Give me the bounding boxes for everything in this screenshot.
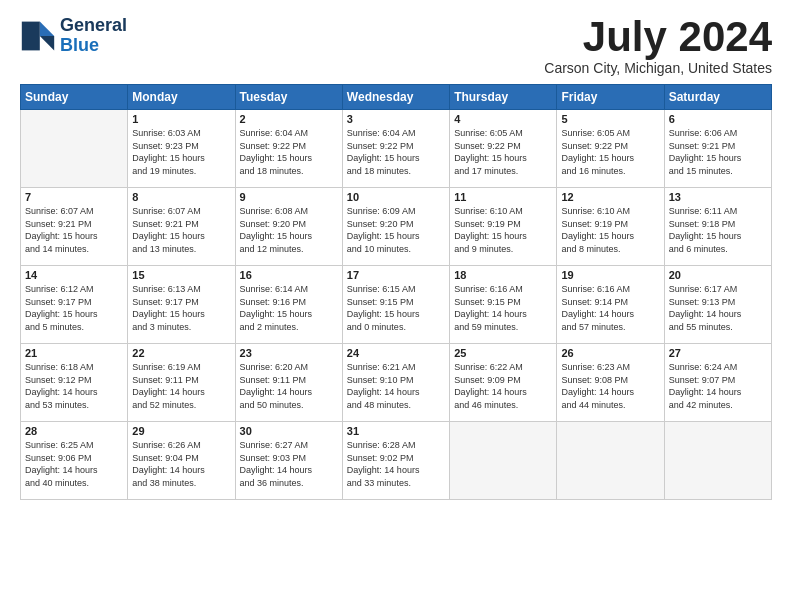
calendar-cell: 14Sunrise: 6:12 AM Sunset: 9:17 PM Dayli… [21,266,128,344]
weekday-header-thursday: Thursday [450,85,557,110]
calendar-cell: 10Sunrise: 6:09 AM Sunset: 9:20 PM Dayli… [342,188,449,266]
svg-marker-1 [40,36,54,50]
day-number: 14 [25,269,123,281]
calendar-cell: 30Sunrise: 6:27 AM Sunset: 9:03 PM Dayli… [235,422,342,500]
day-number: 17 [347,269,445,281]
calendar-cell: 24Sunrise: 6:21 AM Sunset: 9:10 PM Dayli… [342,344,449,422]
day-number: 27 [669,347,767,359]
day-info: Sunrise: 6:19 AM Sunset: 9:11 PM Dayligh… [132,361,230,411]
weekday-header-wednesday: Wednesday [342,85,449,110]
day-number: 2 [240,113,338,125]
week-row-3: 14Sunrise: 6:12 AM Sunset: 9:17 PM Dayli… [21,266,772,344]
day-number: 11 [454,191,552,203]
calendar-cell: 22Sunrise: 6:19 AM Sunset: 9:11 PM Dayli… [128,344,235,422]
week-row-4: 21Sunrise: 6:18 AM Sunset: 9:12 PM Dayli… [21,344,772,422]
day-info: Sunrise: 6:22 AM Sunset: 9:09 PM Dayligh… [454,361,552,411]
day-info: Sunrise: 6:09 AM Sunset: 9:20 PM Dayligh… [347,205,445,255]
day-number: 12 [561,191,659,203]
day-info: Sunrise: 6:17 AM Sunset: 9:13 PM Dayligh… [669,283,767,333]
day-number: 6 [669,113,767,125]
day-number: 10 [347,191,445,203]
month-title: July 2024 [544,16,772,58]
day-number: 25 [454,347,552,359]
day-info: Sunrise: 6:04 AM Sunset: 9:22 PM Dayligh… [240,127,338,177]
calendar-cell: 1Sunrise: 6:03 AM Sunset: 9:23 PM Daylig… [128,110,235,188]
day-info: Sunrise: 6:05 AM Sunset: 9:22 PM Dayligh… [454,127,552,177]
day-info: Sunrise: 6:14 AM Sunset: 9:16 PM Dayligh… [240,283,338,333]
calendar-cell: 27Sunrise: 6:24 AM Sunset: 9:07 PM Dayli… [664,344,771,422]
calendar-cell: 7Sunrise: 6:07 AM Sunset: 9:21 PM Daylig… [21,188,128,266]
calendar-cell: 23Sunrise: 6:20 AM Sunset: 9:11 PM Dayli… [235,344,342,422]
calendar-cell: 29Sunrise: 6:26 AM Sunset: 9:04 PM Dayli… [128,422,235,500]
calendar-cell: 15Sunrise: 6:13 AM Sunset: 9:17 PM Dayli… [128,266,235,344]
day-number: 23 [240,347,338,359]
calendar-cell: 21Sunrise: 6:18 AM Sunset: 9:12 PM Dayli… [21,344,128,422]
title-area: July 2024 Carson City, Michigan, United … [544,16,772,76]
week-row-2: 7Sunrise: 6:07 AM Sunset: 9:21 PM Daylig… [21,188,772,266]
week-row-5: 28Sunrise: 6:25 AM Sunset: 9:06 PM Dayli… [21,422,772,500]
weekday-header-monday: Monday [128,85,235,110]
calendar-cell [664,422,771,500]
calendar-cell: 20Sunrise: 6:17 AM Sunset: 9:13 PM Dayli… [664,266,771,344]
page: General Blue July 2024 Carson City, Mich… [0,0,792,612]
calendar-cell: 18Sunrise: 6:16 AM Sunset: 9:15 PM Dayli… [450,266,557,344]
logo: General Blue [20,16,127,56]
day-info: Sunrise: 6:25 AM Sunset: 9:06 PM Dayligh… [25,439,123,489]
calendar-cell: 19Sunrise: 6:16 AM Sunset: 9:14 PM Dayli… [557,266,664,344]
day-info: Sunrise: 6:12 AM Sunset: 9:17 PM Dayligh… [25,283,123,333]
calendar-cell: 3Sunrise: 6:04 AM Sunset: 9:22 PM Daylig… [342,110,449,188]
calendar-cell: 16Sunrise: 6:14 AM Sunset: 9:16 PM Dayli… [235,266,342,344]
weekday-header-tuesday: Tuesday [235,85,342,110]
week-row-1: 1Sunrise: 6:03 AM Sunset: 9:23 PM Daylig… [21,110,772,188]
day-info: Sunrise: 6:08 AM Sunset: 9:20 PM Dayligh… [240,205,338,255]
day-number: 18 [454,269,552,281]
day-number: 22 [132,347,230,359]
day-number: 31 [347,425,445,437]
day-info: Sunrise: 6:24 AM Sunset: 9:07 PM Dayligh… [669,361,767,411]
day-number: 9 [240,191,338,203]
weekday-header-sunday: Sunday [21,85,128,110]
calendar-cell [21,110,128,188]
calendar-cell: 13Sunrise: 6:11 AM Sunset: 9:18 PM Dayli… [664,188,771,266]
calendar-cell: 17Sunrise: 6:15 AM Sunset: 9:15 PM Dayli… [342,266,449,344]
day-number: 3 [347,113,445,125]
calendar-cell [450,422,557,500]
calendar: SundayMondayTuesdayWednesdayThursdayFrid… [20,84,772,500]
day-info: Sunrise: 6:04 AM Sunset: 9:22 PM Dayligh… [347,127,445,177]
day-info: Sunrise: 6:15 AM Sunset: 9:15 PM Dayligh… [347,283,445,333]
day-info: Sunrise: 6:13 AM Sunset: 9:17 PM Dayligh… [132,283,230,333]
day-info: Sunrise: 6:26 AM Sunset: 9:04 PM Dayligh… [132,439,230,489]
day-number: 5 [561,113,659,125]
day-info: Sunrise: 6:07 AM Sunset: 9:21 PM Dayligh… [25,205,123,255]
day-number: 4 [454,113,552,125]
calendar-cell: 11Sunrise: 6:10 AM Sunset: 9:19 PM Dayli… [450,188,557,266]
calendar-cell: 31Sunrise: 6:28 AM Sunset: 9:02 PM Dayli… [342,422,449,500]
day-info: Sunrise: 6:03 AM Sunset: 9:23 PM Dayligh… [132,127,230,177]
weekday-header-row: SundayMondayTuesdayWednesdayThursdayFrid… [21,85,772,110]
weekday-header-saturday: Saturday [664,85,771,110]
day-number: 30 [240,425,338,437]
calendar-cell: 25Sunrise: 6:22 AM Sunset: 9:09 PM Dayli… [450,344,557,422]
svg-rect-2 [22,21,40,50]
calendar-cell: 26Sunrise: 6:23 AM Sunset: 9:08 PM Dayli… [557,344,664,422]
day-info: Sunrise: 6:27 AM Sunset: 9:03 PM Dayligh… [240,439,338,489]
weekday-header-friday: Friday [557,85,664,110]
calendar-cell: 2Sunrise: 6:04 AM Sunset: 9:22 PM Daylig… [235,110,342,188]
day-info: Sunrise: 6:06 AM Sunset: 9:21 PM Dayligh… [669,127,767,177]
calendar-cell [557,422,664,500]
location: Carson City, Michigan, United States [544,60,772,76]
day-number: 21 [25,347,123,359]
calendar-cell: 9Sunrise: 6:08 AM Sunset: 9:20 PM Daylig… [235,188,342,266]
calendar-cell: 5Sunrise: 6:05 AM Sunset: 9:22 PM Daylig… [557,110,664,188]
day-info: Sunrise: 6:16 AM Sunset: 9:14 PM Dayligh… [561,283,659,333]
day-info: Sunrise: 6:05 AM Sunset: 9:22 PM Dayligh… [561,127,659,177]
svg-marker-0 [40,21,54,35]
day-info: Sunrise: 6:20 AM Sunset: 9:11 PM Dayligh… [240,361,338,411]
day-number: 8 [132,191,230,203]
day-info: Sunrise: 6:18 AM Sunset: 9:12 PM Dayligh… [25,361,123,411]
day-number: 24 [347,347,445,359]
logo-text-general: General [60,16,127,36]
day-number: 13 [669,191,767,203]
day-number: 26 [561,347,659,359]
day-number: 1 [132,113,230,125]
